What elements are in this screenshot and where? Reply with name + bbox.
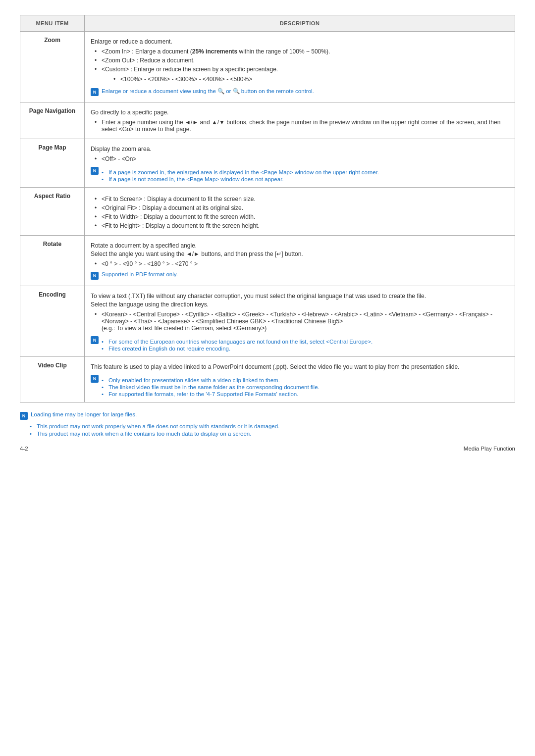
encoding-note-1: For some of the European countries whose… [102, 338, 373, 345]
footer-note-text: Loading time may be longer for large fil… [31, 411, 137, 417]
rotate-bullets: <0 ° > - <90 ° > - <180 ° > - <270 ° > [95, 259, 509, 268]
encoding-bullets: <Korean> - <Central Europe> - <Cyrillic>… [95, 310, 509, 333]
table-row: Video Clip This feature is used to play … [20, 357, 515, 403]
aspect-ratio-bullet-1: <Fit to Screen> : Display a document to … [95, 195, 509, 203]
footer-note: N Loading time may be longer for large f… [20, 411, 515, 420]
zoom-sub-bullet-1: <100%> - <200%> - <300%> - <400%> - <500… [113, 75, 509, 84]
main-table: MENU ITEM DESCRIPTION Zoom Enlarge or re… [20, 15, 515, 403]
menu-item-rotate: Rotate [20, 236, 85, 286]
page-nav-bullets: Enter a page number using the ◄/► and ▲/… [95, 118, 509, 134]
header-desc: DESCRIPTION [85, 15, 515, 32]
desc-encoding-main: To view a text (.TXT) file without any c… [91, 293, 509, 300]
desc-encoding-2: Select the language using the direction … [91, 301, 509, 308]
header-menu: MENU ITEM [20, 15, 85, 32]
encoding-note-2: Files created in English do not require … [102, 345, 373, 352]
desc-page-map-main: Display the zoom area. [91, 146, 509, 152]
zoom-note-text: Enlarge or reduce a document view using … [102, 88, 314, 95]
desc-aspect-ratio: <Fit to Screen> : Display a document to … [85, 188, 515, 236]
page-title: Media Play Function [464, 446, 515, 452]
aspect-ratio-bullets: <Fit to Screen> : Display a document to … [95, 195, 509, 230]
table-row: Page Navigation Go directly to a specifi… [20, 102, 515, 139]
page-map-note-2: If a page is not zoomed in, the <Page Ma… [102, 175, 379, 182]
page-number: 4-2 [20, 446, 28, 452]
note-icon: N [91, 272, 99, 280]
desc-page-map: Display the zoom area. <Off> - <On> N If… [85, 139, 515, 188]
menu-item-page-nav: Page Navigation [20, 102, 85, 139]
rotate-bullet-1: <0 ° > - <90 ° > - <180 ° > - <270 ° > [95, 259, 509, 268]
desc-page-nav-main: Go directly to a specific page. [91, 109, 509, 116]
table-row: Aspect Ratio <Fit to Screen> : Display a… [20, 188, 515, 236]
menu-item-encoding: Encoding [20, 286, 85, 357]
desc-zoom-main: Enlarge or reduce a document. [91, 38, 509, 45]
menu-item-video-clip: Video Clip [20, 357, 85, 403]
aspect-ratio-bullet-4: <Fit to Height> : Display a document to … [95, 221, 509, 230]
page-map-note-1: If a page is zoomed in, the enlarged are… [102, 168, 379, 175]
desc-rotate-2: Select the angle you want using the ◄/► … [91, 251, 509, 257]
page-nav-bullet-1: Enter a page number using the ◄/► and ▲/… [95, 118, 509, 134]
note-icon: N [91, 88, 99, 96]
page-footer: 4-2 Media Play Function [20, 446, 515, 452]
aspect-ratio-bullet-3: <Fit to Width> : Display a document to f… [95, 212, 509, 221]
desc-page-nav: Go directly to a specific page. Enter a … [85, 102, 515, 139]
desc-encoding: To view a text (.TXT) file without any c… [85, 286, 515, 357]
video-clip-note-3: For supported file formats, refer to the… [102, 390, 320, 397]
video-clip-note: N Only enabled for presentation slides w… [91, 374, 509, 397]
menu-item-zoom: Zoom [20, 32, 85, 102]
footer: N Loading time may be longer for large f… [20, 411, 515, 437]
zoom-sub-bullets: <100%> - <200%> - <300%> - <400%> - <500… [113, 75, 509, 84]
table-row: Encoding To view a text (.TXT) file with… [20, 286, 515, 357]
encoding-note-list: For some of the European countries whose… [102, 338, 373, 352]
zoom-note: N Enlarge or reduce a document view usin… [91, 88, 509, 96]
video-clip-note-2: The linked video file must be in the sam… [102, 383, 320, 390]
zoom-bullets: <Zoom In> : Enlarge a document (25% incr… [95, 47, 509, 85]
footer-bullet-1: This product may not work properly when … [30, 422, 515, 429]
page-map-note: N If a page is zoomed in, the enlarged a… [91, 166, 509, 182]
encoding-note: N For some of the European countries who… [91, 336, 509, 352]
video-clip-note-1: Only enabled for presentation slides wit… [102, 376, 320, 383]
note-icon: N [20, 412, 28, 420]
zoom-bullet-3: <Custom> : Enlarge or reduce the screen … [95, 65, 509, 85]
zoom-bullet-1: <Zoom In> : Enlarge a document (25% incr… [95, 47, 509, 56]
table-row: Zoom Enlarge or reduce a document. <Zoom… [20, 32, 515, 102]
page-map-bullet-1: <Off> - <On> [95, 154, 509, 163]
page-map-note-list: If a page is zoomed in, the enlarged are… [102, 168, 379, 182]
menu-item-aspect-ratio: Aspect Ratio [20, 188, 85, 236]
aspect-ratio-bullet-2: <Original Fit> : Display a document at i… [95, 203, 509, 212]
footer-bullets: This product may not work properly when … [30, 422, 515, 437]
table-row: Rotate Rotate a document by a specified … [20, 236, 515, 286]
note-icon: N [91, 336, 99, 344]
desc-rotate: Rotate a document by a specified angle. … [85, 236, 515, 286]
desc-video-clip: This feature is used to play a video lin… [85, 357, 515, 403]
zoom-bullet-2: <Zoom Out> : Reduce a document. [95, 56, 509, 65]
video-clip-note-list: Only enabled for presentation slides wit… [102, 376, 320, 397]
desc-video-clip-main: This feature is used to play a video lin… [91, 363, 509, 370]
rotate-note: N Supported in PDF format only. [91, 271, 509, 280]
note-icon: N [91, 167, 99, 175]
encoding-bullet-1: <Korean> - <Central Europe> - <Cyrillic>… [95, 310, 509, 333]
rotate-note-text: Supported in PDF format only. [102, 271, 178, 277]
menu-item-page-map: Page Map [20, 139, 85, 188]
page-map-bullets: <Off> - <On> [95, 154, 509, 163]
desc-zoom: Enlarge or reduce a document. <Zoom In> … [85, 32, 515, 102]
note-icon: N [91, 375, 99, 383]
table-row: Page Map Display the zoom area. <Off> - … [20, 139, 515, 188]
desc-rotate-main: Rotate a document by a specified angle. [91, 242, 509, 249]
footer-bullet-2: This product may not work when a file co… [30, 429, 515, 437]
